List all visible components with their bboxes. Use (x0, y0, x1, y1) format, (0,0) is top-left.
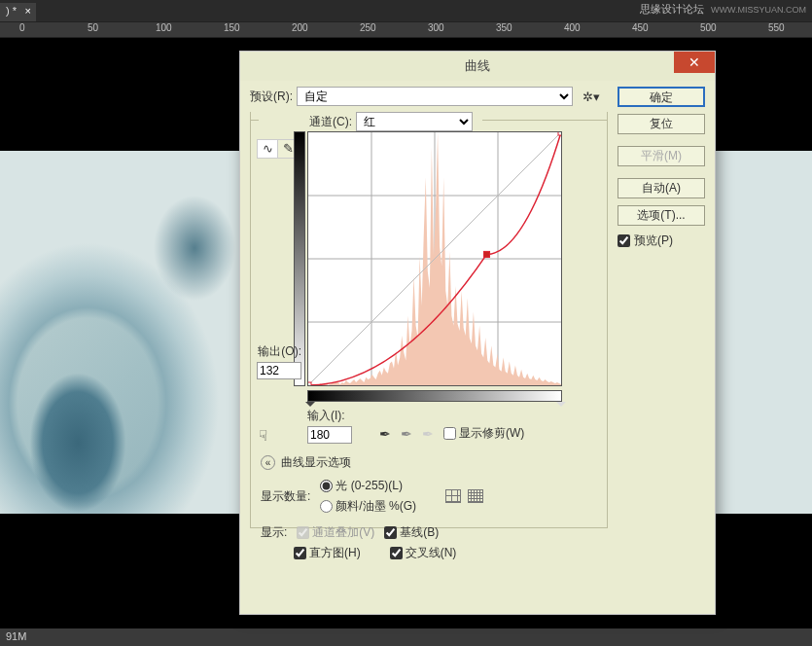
ok-button[interactable]: 确定 (618, 87, 705, 107)
baseline-checkbox[interactable] (384, 526, 397, 539)
ruler-horizontal: 050100150200250300350400450500550 (0, 21, 812, 38)
preview-label: 预览(P) (634, 233, 673, 249)
black-eyedropper-icon[interactable]: ✒ (379, 426, 391, 442)
preset-label: 预设(R): (250, 89, 293, 105)
show-clipping-label: 显示修剪(W) (459, 425, 524, 442)
input-value[interactable] (307, 426, 352, 444)
grid-small-icon[interactable] (468, 489, 483, 503)
channel-overlay-label: 通道叠加(V) (312, 524, 374, 541)
status-bar: 91M (0, 628, 812, 646)
options-button[interactable]: 选项(T)... (618, 205, 705, 226)
gray-eyedropper-icon[interactable]: ✒ (401, 426, 412, 442)
dialog-title: 曲线 ✕ (240, 52, 715, 81)
show-amount-label: 显示数量: (261, 488, 310, 505)
preset-select[interactable]: 自定 (297, 87, 573, 106)
light-label: 光 (0-255)(L) (335, 478, 403, 494)
display-options-label: 曲线显示选项 (281, 454, 351, 471)
output-label: 输出(O): (251, 343, 301, 360)
smooth-button: 平滑(M) (618, 146, 705, 166)
output-value[interactable] (257, 362, 301, 379)
reset-button[interactable]: 复位 (618, 114, 705, 134)
curve-editor[interactable] (307, 131, 562, 386)
intersection-checkbox[interactable] (390, 547, 403, 559)
close-button[interactable]: ✕ (674, 52, 715, 73)
pigment-radio[interactable] (320, 500, 333, 513)
close-icon[interactable]: × (25, 5, 31, 17)
channel-select[interactable]: 红 (356, 112, 473, 131)
svg-rect-9 (484, 251, 490, 257)
intersection-label: 交叉线(N) (406, 545, 457, 561)
auto-button[interactable]: 自动(A) (618, 178, 705, 198)
baseline-label: 基线(B) (400, 524, 439, 541)
input-gradient (307, 390, 562, 402)
grid-large-icon[interactable] (445, 489, 461, 503)
watermark-text-1: 思缘设计论坛 (640, 3, 704, 15)
watermark-text-2: WWW.MISSYUAN.COM (711, 5, 806, 15)
input-label: 输入(I): (307, 408, 375, 424)
show-clipping-checkbox[interactable] (443, 427, 456, 440)
svg-rect-10 (558, 132, 561, 135)
white-eyedropper-icon[interactable]: ✒ (422, 426, 434, 442)
channel-overlay-checkbox (297, 526, 309, 539)
point-tool-icon[interactable]: ∿ (258, 140, 278, 158)
pigment-label: 颜料/油墨 %(G) (335, 498, 416, 515)
curves-dialog: 曲线 ✕ 预设(R): 自定 ✲▾ 确定 复位 平滑(M) 自动(A) 选项(T… (239, 51, 716, 615)
svg-rect-8 (308, 382, 311, 385)
show-label: 显示: (261, 524, 287, 541)
gear-icon[interactable]: ✲▾ (583, 90, 600, 104)
collapse-icon[interactable]: « (261, 455, 275, 470)
document-tab[interactable]: ) *× (0, 3, 36, 21)
light-radio[interactable] (320, 480, 333, 492)
channel-label: 通道(C): (309, 114, 352, 130)
white-slider[interactable] (556, 402, 566, 412)
hand-icon[interactable]: ☟ (259, 427, 267, 445)
histogram-checkbox[interactable] (294, 547, 306, 559)
histogram-label: 直方图(H) (309, 545, 361, 561)
preview-checkbox[interactable] (618, 234, 630, 247)
